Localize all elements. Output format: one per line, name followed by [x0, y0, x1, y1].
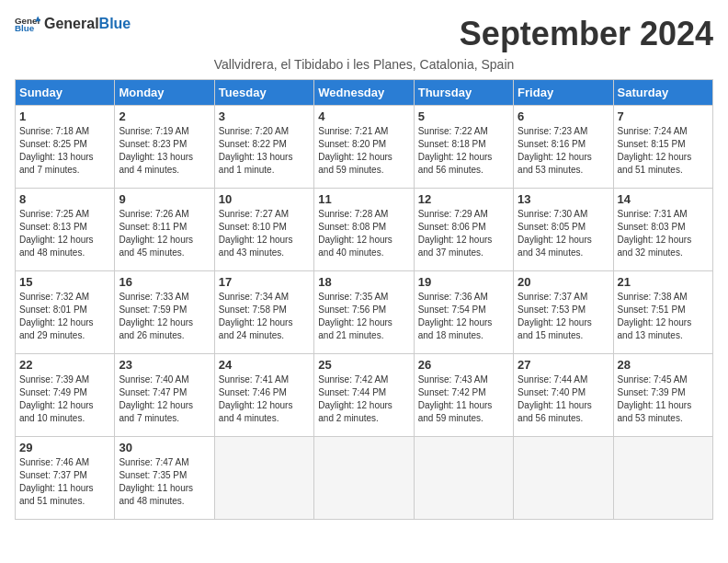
day-cell: 28Sunrise: 7:45 AMSunset: 7:39 PMDayligh… [613, 354, 712, 437]
day-cell: 15Sunrise: 7:32 AMSunset: 8:01 PMDayligh… [16, 271, 115, 354]
day-cell: 29Sunrise: 7:46 AMSunset: 7:37 PMDayligh… [16, 437, 115, 520]
day-cell: 14Sunrise: 7:31 AMSunset: 8:03 PMDayligh… [613, 189, 712, 271]
day-cell: 10Sunrise: 7:27 AMSunset: 8:10 PMDayligh… [214, 189, 313, 271]
month-title: September 2024 [460, 15, 713, 53]
day-number: 9 [119, 192, 210, 206]
day-detail: Sunrise: 7:24 AMSunset: 8:15 PMDaylight:… [618, 125, 709, 177]
day-number: 7 [618, 109, 709, 123]
day-number: 30 [119, 441, 210, 454]
day-cell [514, 437, 613, 520]
day-number: 14 [618, 192, 709, 206]
day-number: 4 [318, 109, 409, 123]
day-number: 24 [219, 358, 310, 372]
header: General Blue GeneralBlue September 2024 [15, 15, 713, 53]
day-number: 18 [318, 275, 409, 289]
day-cell: 13Sunrise: 7:30 AMSunset: 8:05 PMDayligh… [514, 189, 613, 271]
logo-icon: General Blue [15, 15, 40, 33]
col-header-thursday: Thursday [414, 80, 513, 106]
day-cell: 11Sunrise: 7:28 AMSunset: 8:08 PMDayligh… [314, 189, 414, 271]
day-detail: Sunrise: 7:43 AMSunset: 7:42 PMDaylight:… [418, 373, 509, 425]
day-detail: Sunrise: 7:29 AMSunset: 8:06 PMDaylight:… [418, 208, 509, 259]
week-row-5: 29Sunrise: 7:46 AMSunset: 7:37 PMDayligh… [16, 437, 713, 520]
day-cell: 7Sunrise: 7:24 AMSunset: 8:15 PMDaylight… [613, 106, 712, 189]
day-detail: Sunrise: 7:40 AMSunset: 7:47 PMDaylight:… [119, 373, 210, 425]
day-cell [314, 437, 414, 520]
day-detail: Sunrise: 7:34 AMSunset: 7:58 PMDaylight:… [219, 291, 310, 342]
logo-blue: Blue [99, 16, 131, 32]
day-detail: Sunrise: 7:44 AMSunset: 7:40 PMDaylight:… [518, 373, 609, 425]
day-cell: 3Sunrise: 7:20 AMSunset: 8:22 PMDaylight… [214, 106, 313, 189]
day-detail: Sunrise: 7:47 AMSunset: 7:35 PMDaylight:… [119, 456, 210, 508]
day-number: 8 [19, 192, 110, 206]
day-detail: Sunrise: 7:25 AMSunset: 8:13 PMDaylight:… [19, 208, 110, 259]
calendar-table: SundayMondayTuesdayWednesdayThursdayFrid… [15, 79, 713, 520]
day-detail: Sunrise: 7:26 AMSunset: 8:11 PMDaylight:… [119, 208, 210, 259]
day-cell: 20Sunrise: 7:37 AMSunset: 7:53 PMDayligh… [514, 271, 613, 354]
day-detail: Sunrise: 7:37 AMSunset: 7:53 PMDaylight:… [518, 291, 609, 342]
day-cell: 27Sunrise: 7:44 AMSunset: 7:40 PMDayligh… [514, 354, 613, 437]
day-number: 16 [119, 275, 210, 289]
day-detail: Sunrise: 7:30 AMSunset: 8:05 PMDaylight:… [518, 208, 609, 259]
day-detail: Sunrise: 7:19 AMSunset: 8:23 PMDaylight:… [119, 125, 210, 177]
day-detail: Sunrise: 7:31 AMSunset: 8:03 PMDaylight:… [618, 208, 709, 259]
logo-general: General [44, 16, 99, 32]
day-detail: Sunrise: 7:46 AMSunset: 7:37 PMDaylight:… [19, 456, 110, 508]
day-detail: Sunrise: 7:32 AMSunset: 8:01 PMDaylight:… [19, 291, 110, 342]
week-row-3: 15Sunrise: 7:32 AMSunset: 8:01 PMDayligh… [16, 271, 713, 354]
day-number: 23 [119, 358, 210, 372]
day-cell: 17Sunrise: 7:34 AMSunset: 7:58 PMDayligh… [214, 271, 313, 354]
week-row-1: 1Sunrise: 7:18 AMSunset: 8:25 PMDaylight… [16, 106, 713, 189]
day-cell: 23Sunrise: 7:40 AMSunset: 7:47 PMDayligh… [115, 354, 214, 437]
day-detail: Sunrise: 7:42 AMSunset: 7:44 PMDaylight:… [318, 373, 409, 425]
day-cell: 4Sunrise: 7:21 AMSunset: 8:20 PMDaylight… [314, 106, 414, 189]
col-header-friday: Friday [514, 80, 613, 106]
week-row-4: 22Sunrise: 7:39 AMSunset: 7:49 PMDayligh… [16, 354, 713, 437]
day-number: 11 [318, 192, 409, 206]
day-number: 12 [418, 192, 509, 206]
day-number: 21 [618, 275, 709, 289]
day-detail: Sunrise: 7:41 AMSunset: 7:46 PMDaylight:… [219, 373, 310, 425]
day-cell: 16Sunrise: 7:33 AMSunset: 7:59 PMDayligh… [115, 271, 214, 354]
day-cell: 26Sunrise: 7:43 AMSunset: 7:42 PMDayligh… [414, 354, 513, 437]
day-cell: 25Sunrise: 7:42 AMSunset: 7:44 PMDayligh… [314, 354, 414, 437]
day-detail: Sunrise: 7:22 AMSunset: 8:18 PMDaylight:… [418, 125, 509, 177]
day-detail: Sunrise: 7:45 AMSunset: 7:39 PMDaylight:… [618, 373, 709, 425]
day-number: 28 [618, 358, 709, 372]
col-header-wednesday: Wednesday [314, 80, 414, 106]
day-cell [414, 437, 513, 520]
col-header-sunday: Sunday [16, 80, 115, 106]
day-cell: 24Sunrise: 7:41 AMSunset: 7:46 PMDayligh… [214, 354, 313, 437]
day-cell [214, 437, 313, 520]
day-number: 13 [518, 192, 609, 206]
day-detail: Sunrise: 7:35 AMSunset: 7:56 PMDaylight:… [318, 291, 409, 342]
header-row: SundayMondayTuesdayWednesdayThursdayFrid… [16, 80, 713, 106]
day-number: 27 [518, 358, 609, 372]
week-row-2: 8Sunrise: 7:25 AMSunset: 8:13 PMDaylight… [16, 189, 713, 271]
day-number: 17 [219, 275, 310, 289]
day-cell: 5Sunrise: 7:22 AMSunset: 8:18 PMDaylight… [414, 106, 513, 189]
day-number: 25 [318, 358, 409, 372]
svg-text:Blue: Blue [15, 23, 35, 33]
day-detail: Sunrise: 7:21 AMSunset: 8:20 PMDaylight:… [318, 125, 409, 177]
day-detail: Sunrise: 7:23 AMSunset: 8:16 PMDaylight:… [518, 125, 609, 177]
day-number: 2 [119, 109, 210, 123]
day-number: 10 [219, 192, 310, 206]
day-number: 3 [219, 109, 310, 123]
day-cell: 1Sunrise: 7:18 AMSunset: 8:25 PMDaylight… [16, 106, 115, 189]
day-cell: 6Sunrise: 7:23 AMSunset: 8:16 PMDaylight… [514, 106, 613, 189]
day-cell: 30Sunrise: 7:47 AMSunset: 7:35 PMDayligh… [115, 437, 214, 520]
col-header-saturday: Saturday [613, 80, 712, 106]
day-cell [613, 437, 712, 520]
logo: General Blue GeneralBlue [15, 15, 131, 33]
col-header-tuesday: Tuesday [214, 80, 313, 106]
day-number: 19 [418, 275, 509, 289]
day-number: 20 [518, 275, 609, 289]
day-cell: 19Sunrise: 7:36 AMSunset: 7:54 PMDayligh… [414, 271, 513, 354]
location-title: Vallvidrera, el Tibidabo i les Planes, C… [15, 57, 713, 72]
day-number: 26 [418, 358, 509, 372]
day-number: 5 [418, 109, 509, 123]
col-header-monday: Monday [115, 80, 214, 106]
day-number: 15 [19, 275, 110, 289]
day-cell: 12Sunrise: 7:29 AMSunset: 8:06 PMDayligh… [414, 189, 513, 271]
day-detail: Sunrise: 7:38 AMSunset: 7:51 PMDaylight:… [618, 291, 709, 342]
